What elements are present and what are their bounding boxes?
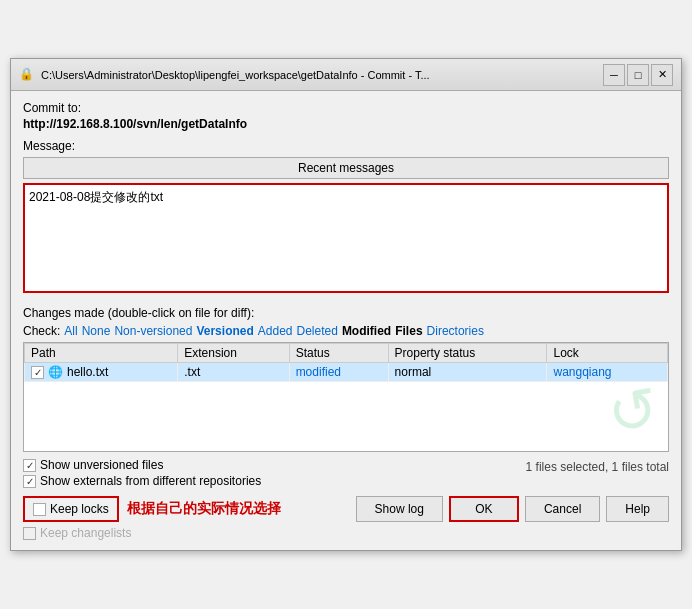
- title-bar: 🔒 C:\Users\Administrator\Desktop\lipengf…: [11, 59, 681, 91]
- filter-directories[interactable]: Directories: [427, 324, 484, 338]
- file-table: Path Extension Status Property status Lo…: [24, 343, 668, 382]
- show-unversioned-checkbox[interactable]: [23, 459, 36, 472]
- title-bar-left: 🔒 C:\Users\Administrator\Desktop\lipengf…: [19, 67, 603, 83]
- footer-row: Keep locks 根据自己的实际情况选择 Show log OK Cance…: [23, 496, 669, 522]
- message-label: Message:: [23, 139, 669, 153]
- file-count: 1 files selected, 1 files total: [526, 458, 669, 474]
- filter-all[interactable]: All: [64, 324, 77, 338]
- commit-to-label: Commit to:: [23, 101, 669, 115]
- filter-added[interactable]: Added: [258, 324, 293, 338]
- cell-extension: .txt: [178, 363, 289, 382]
- app-icon: 🔒: [19, 67, 35, 83]
- show-externals-item: Show externals from different repositori…: [23, 474, 261, 488]
- filter-deleted[interactable]: Deleted: [297, 324, 338, 338]
- col-property-status: Property status: [388, 344, 547, 363]
- recent-messages-button[interactable]: Recent messages: [23, 157, 669, 179]
- filter-files[interactable]: Files: [395, 324, 422, 338]
- path-cell-content: 🌐 hello.txt: [31, 365, 171, 379]
- bottom-checks-left: Show unversioned files Show externals fr…: [23, 458, 261, 488]
- filter-none[interactable]: None: [82, 324, 111, 338]
- table-header-row: Path Extension Status Property status Lo…: [25, 344, 668, 363]
- close-button[interactable]: ✕: [651, 64, 673, 86]
- col-path: Path: [25, 344, 178, 363]
- filter-modified[interactable]: Modified: [342, 324, 391, 338]
- filter-versioned[interactable]: Versioned: [196, 324, 253, 338]
- col-status: Status: [289, 344, 388, 363]
- table-row[interactable]: 🌐 hello.txt .txt modified normal wangqia…: [25, 363, 668, 382]
- cell-property-status: normal: [388, 363, 547, 382]
- check-filter-row: Check: All None Non-versioned Versioned …: [23, 324, 669, 338]
- keep-changelists-item: Keep changelists: [23, 526, 669, 540]
- ok-button[interactable]: OK: [449, 496, 519, 522]
- col-lock: Lock: [547, 344, 668, 363]
- window-title: C:\Users\Administrator\Desktop\lipengfei…: [41, 69, 430, 81]
- show-externals-label: Show externals from different repositori…: [40, 474, 261, 488]
- show-unversioned-label: Show unversioned files: [40, 458, 163, 472]
- cancel-button[interactable]: Cancel: [525, 496, 600, 522]
- file-icon: 🌐: [48, 365, 63, 379]
- main-window: 🔒 C:\Users\Administrator\Desktop\lipengf…: [10, 58, 682, 551]
- row-checkbox[interactable]: [31, 366, 44, 379]
- svn-watermark: ↺: [602, 372, 663, 450]
- maximize-button[interactable]: □: [627, 64, 649, 86]
- bottom-checks: Show unversioned files Show externals fr…: [23, 458, 669, 488]
- file-table-container: Path Extension Status Property status Lo…: [23, 342, 669, 452]
- keep-locks-label: Keep locks: [50, 502, 109, 516]
- title-controls: ─ □ ✕: [603, 64, 673, 86]
- message-input[interactable]: 2021-08-08提交修改的txt: [23, 183, 669, 293]
- show-externals-checkbox[interactable]: [23, 475, 36, 488]
- show-unversioned-item: Show unversioned files: [23, 458, 261, 472]
- footer-left: Keep locks 根据自己的实际情况选择: [23, 496, 281, 522]
- col-extension: Extension: [178, 344, 289, 363]
- commit-url: http://192.168.8.100/svn/len/getDataInfo: [23, 117, 669, 131]
- keep-changelists-checkbox: [23, 527, 36, 540]
- keep-locks-box: Keep locks: [23, 496, 119, 522]
- cell-path: 🌐 hello.txt: [25, 363, 178, 382]
- filter-non-versioned[interactable]: Non-versioned: [114, 324, 192, 338]
- changes-section: Changes made (double-click on file for d…: [23, 306, 669, 488]
- keep-locks-checkbox[interactable]: [33, 503, 46, 516]
- changes-title: Changes made (double-click on file for d…: [23, 306, 669, 320]
- keep-changelists-label: Keep changelists: [40, 526, 131, 540]
- minimize-button[interactable]: ─: [603, 64, 625, 86]
- help-button[interactable]: Help: [606, 496, 669, 522]
- check-label: Check:: [23, 324, 60, 338]
- cell-status: modified: [289, 363, 388, 382]
- window-content: Commit to: http://192.168.8.100/svn/len/…: [11, 91, 681, 550]
- cell-lock: wangqiang: [547, 363, 668, 382]
- footer-buttons: Show log OK Cancel Help: [356, 496, 669, 522]
- hint-text: 根据自己的实际情况选择: [127, 500, 281, 518]
- file-name: hello.txt: [67, 365, 108, 379]
- show-log-button[interactable]: Show log: [356, 496, 443, 522]
